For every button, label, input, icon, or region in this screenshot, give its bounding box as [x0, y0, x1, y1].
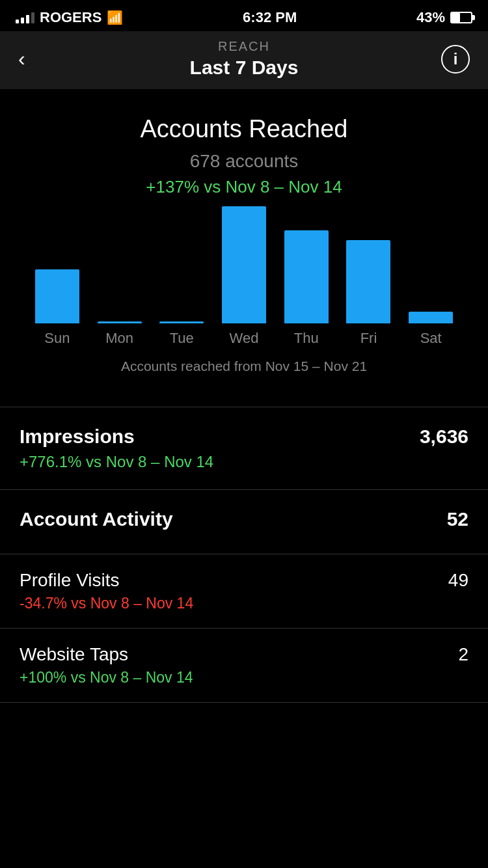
- website-taps-change: +100% vs Nov 8 – Nov 14: [20, 669, 468, 686]
- bar-label-sun: Sun: [44, 330, 70, 347]
- accounts-reached-count: 678 accounts: [20, 151, 468, 172]
- status-right: 43%: [416, 9, 472, 26]
- impressions-label: Impressions: [20, 426, 135, 448]
- website-taps-row-top: Website Taps 2: [20, 644, 468, 665]
- status-left: ROGERS 📶: [16, 9, 123, 26]
- back-button[interactable]: ‹: [18, 47, 51, 71]
- website-taps-label: Website Taps: [20, 644, 128, 665]
- bar-label-thu: Thu: [294, 330, 319, 347]
- website-taps-section: Website Taps 2 +100% vs Nov 8 – Nov 14: [0, 629, 488, 703]
- bar-sun: [35, 269, 79, 323]
- account-activity-label: Account Activity: [20, 508, 173, 530]
- bar-sat: [409, 312, 453, 323]
- profile-visits-value: 49: [448, 570, 468, 591]
- nav-subtitle: REACH: [190, 39, 299, 54]
- accounts-reached-section: Accounts Reached 678 accounts +137% vs N…: [0, 89, 488, 407]
- nav-title-block: REACH Last 7 Days: [190, 39, 299, 79]
- impressions-row-top: Impressions 3,636: [20, 426, 468, 448]
- bar-label-tue: Tue: [170, 330, 194, 347]
- bar-wed: [222, 206, 266, 323]
- bar-col-sun: Sun: [26, 269, 88, 347]
- impressions-change: +776.1% vs Nov 8 – Nov 14: [20, 453, 468, 471]
- bar-label-sat: Sat: [420, 330, 442, 347]
- bar-chart: SunMonTueWedThuFriSat Accounts reached f…: [20, 217, 468, 374]
- bar-col-tue: Tue: [150, 321, 213, 347]
- bar-label-mon: Mon: [105, 330, 133, 347]
- status-time: 6:32 PM: [243, 9, 297, 26]
- nav-header: ‹ REACH Last 7 Days i: [0, 31, 488, 89]
- status-bar: ROGERS 📶 6:32 PM 43%: [0, 0, 488, 31]
- battery-percent: 43%: [416, 9, 445, 26]
- profile-visits-row-top: Profile Visits 49: [20, 570, 468, 591]
- impressions-value: 3,636: [420, 426, 468, 448]
- main-content: Accounts Reached 678 accounts +137% vs N…: [0, 89, 488, 703]
- profile-visits-change: -34.7% vs Nov 8 – Nov 14: [20, 595, 468, 612]
- carrier-name: ROGERS: [40, 9, 102, 26]
- bar-col-fri: Fri: [338, 240, 400, 347]
- nav-info: i: [437, 45, 470, 74]
- bar-col-sat: Sat: [400, 312, 462, 347]
- bar-thu: [284, 230, 329, 323]
- bar-col-mon: Mon: [88, 321, 151, 347]
- account-activity-section: Account Activity 52: [0, 490, 488, 554]
- nav-title: Last 7 Days: [190, 57, 299, 79]
- chart-footer: Accounts reached from Nov 15 – Nov 21: [26, 359, 462, 374]
- battery-icon: [450, 12, 472, 23]
- profile-visits-label: Profile Visits: [20, 570, 120, 591]
- bar-label-wed: Wed: [230, 330, 259, 347]
- bar-col-thu: Thu: [275, 230, 338, 347]
- website-taps-value: 2: [458, 644, 468, 665]
- info-button[interactable]: i: [441, 45, 470, 74]
- bar-mon: [98, 321, 142, 323]
- impressions-section: Impressions 3,636 +776.1% vs Nov 8 – Nov…: [0, 407, 488, 490]
- wifi-icon: 📶: [107, 10, 123, 25]
- bar-fri: [346, 240, 390, 323]
- bar-tue: [159, 321, 204, 323]
- chart-bars-container: SunMonTueWedThuFriSat: [26, 217, 462, 347]
- accounts-reached-change: +137% vs Nov 8 – Nov 14: [20, 177, 468, 197]
- account-activity-value: 52: [447, 508, 468, 530]
- bar-label-fri: Fri: [360, 330, 377, 347]
- bar-col-wed: Wed: [213, 206, 275, 347]
- profile-visits-section: Profile Visits 49 -34.7% vs Nov 8 – Nov …: [0, 554, 488, 629]
- account-activity-row-top: Account Activity 52: [20, 508, 468, 530]
- signal-icon: [16, 12, 34, 23]
- accounts-reached-title: Accounts Reached: [20, 115, 468, 143]
